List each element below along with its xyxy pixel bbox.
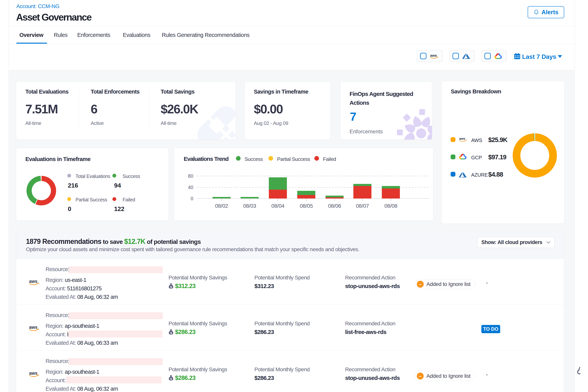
svg-text:aws: aws — [430, 54, 437, 58]
svg-text:08/08: 08/08 — [384, 203, 398, 209]
svg-text:08/04: 08/04 — [271, 203, 284, 209]
svg-text:aws: aws — [29, 325, 38, 330]
svg-text:aws: aws — [29, 279, 38, 284]
svg-text:08/03: 08/03 — [243, 203, 256, 209]
svg-text:aws: aws — [459, 136, 466, 140]
svg-text:0: 0 — [190, 196, 193, 201]
svg-text:40: 40 — [188, 185, 193, 190]
svg-text:08/07: 08/07 — [356, 203, 369, 209]
svg-text:aws: aws — [29, 371, 38, 376]
svg-text:80: 80 — [188, 173, 193, 179]
svg-text:08/02: 08/02 — [215, 203, 228, 209]
svg-text:08/06: 08/06 — [328, 203, 341, 209]
svg-text:08/05: 08/05 — [300, 203, 313, 209]
